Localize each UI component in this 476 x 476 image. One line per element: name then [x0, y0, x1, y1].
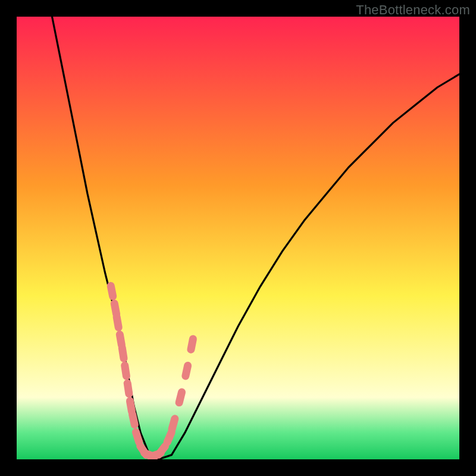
highlight-marker: [111, 286, 113, 297]
bottleneck-curve: [52, 17, 460, 459]
highlight-marker: [179, 392, 181, 403]
highlight-marker: [133, 414, 135, 425]
highlight-marker: [159, 446, 165, 455]
plot-area: [17, 17, 459, 459]
watermark-text: TheBottleneck.com: [356, 2, 470, 18]
highlight-marker: [117, 317, 118, 328]
highlight-marker: [125, 365, 127, 376]
highlight-marker: [167, 433, 171, 443]
highlight-markers: [111, 286, 193, 457]
highlight-marker: [136, 432, 139, 442]
highlight-marker: [186, 365, 188, 376]
curve-layer: [17, 17, 459, 459]
highlight-marker: [127, 383, 129, 394]
highlight-marker: [120, 334, 121, 345]
chart-stage: TheBottleneck.com: [0, 0, 476, 476]
highlight-marker: [130, 401, 131, 412]
highlight-marker: [122, 348, 124, 359]
highlight-marker: [191, 339, 193, 350]
highlight-marker: [114, 303, 116, 314]
highlight-marker: [172, 419, 175, 429]
